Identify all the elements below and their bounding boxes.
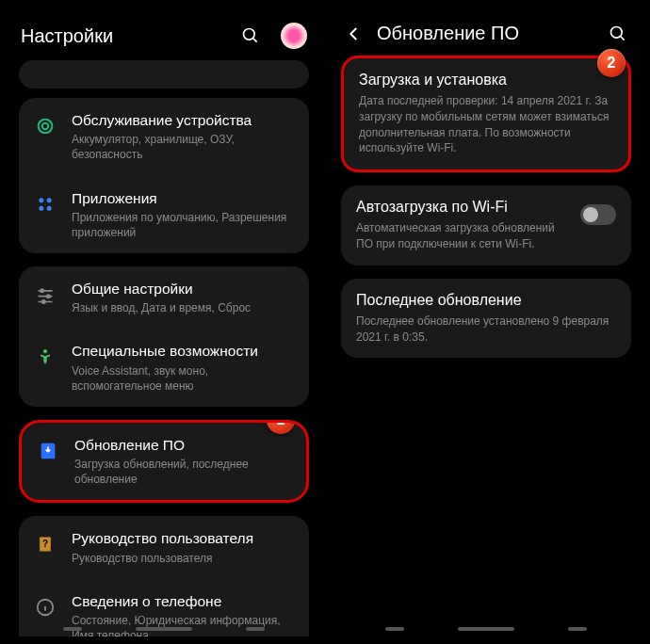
item-apps[interactable]: Приложения Приложения по умолчанию, Разр… — [19, 176, 309, 254]
item-title: Сведения о телефоне — [72, 592, 296, 611]
back-icon[interactable] — [343, 25, 366, 42]
card-title: Автозагрузка по Wi-Fi — [356, 199, 571, 216]
page-title: Обновление ПО — [377, 23, 595, 44]
item-sub: Приложения по умолчанию, Разрешения прил… — [72, 210, 296, 240]
item-sub: Аккумулятор, хранилище, ОЗУ, безопасност… — [72, 132, 296, 162]
page-title: Настройки — [21, 25, 228, 47]
item-title: Приложения — [72, 189, 296, 208]
svg-point-5 — [47, 198, 52, 202]
item-software-update[interactable]: Обновление ПО Загрузка обновлений, после… — [22, 423, 306, 501]
card-last-update[interactable]: Последнее обновление Последнее обновлени… — [341, 279, 631, 359]
nav-home[interactable] — [458, 627, 514, 631]
settings-list: Обслуживание устройства Аккумулятор, хра… — [8, 60, 320, 636]
group-info: ? Руководство пользователя Руководство п… — [19, 516, 309, 636]
card-title: Загрузка и установка — [359, 72, 613, 89]
item-sub: Voice Assistant, звук моно, вспомогатель… — [72, 363, 296, 394]
update-options: Загрузка и установка Дата последней пров… — [330, 56, 642, 358]
nav-recent[interactable] — [385, 627, 404, 631]
nav-bar — [8, 627, 320, 631]
svg-line-1 — [253, 39, 257, 42]
device-care-icon — [32, 113, 58, 139]
callout-badge-2: 2 — [597, 49, 626, 77]
item-device-care[interactable]: Обслуживание устройства Аккумулятор, хра… — [19, 98, 309, 176]
settings-screen: Настройки Обслуживание устройства Аккуму… — [8, 8, 320, 636]
group-general: Общие настройки Язык и ввод, Дата и врем… — [19, 266, 309, 407]
svg-point-21 — [611, 26, 623, 38]
header: Обновление ПО — [330, 8, 642, 56]
sliders-icon — [32, 282, 58, 308]
svg-point-11 — [41, 289, 43, 292]
item-title: Специальные возможности — [72, 342, 296, 361]
search-icon[interactable] — [607, 24, 629, 43]
svg-point-6 — [39, 205, 43, 210]
svg-point-3 — [42, 123, 48, 129]
item-user-manual[interactable]: ? Руководство пользователя Руководство п… — [19, 516, 309, 578]
card-auto-wifi[interactable]: Автозагрузка по Wi-Fi Автоматическая заг… — [341, 185, 631, 266]
nav-back[interactable] — [568, 627, 587, 631]
wifi-auto-toggle[interactable] — [580, 204, 616, 225]
card-download-install[interactable]: Загрузка и установка Дата последней пров… — [341, 56, 631, 172]
collapsed-group[interactable] — [19, 60, 309, 89]
svg-line-22 — [621, 36, 625, 40]
card-sub: Автоматическая загрузка обновлений ПО пр… — [356, 220, 571, 252]
item-title: Обновление ПО — [74, 436, 293, 455]
item-general[interactable]: Общие настройки Язык и ввод, Дата и врем… — [19, 266, 309, 329]
item-title: Руководство пользователя — [72, 529, 296, 548]
card-title: Последнее обновление — [356, 292, 616, 309]
manual-icon: ? — [32, 531, 58, 557]
svg-point-14 — [43, 349, 47, 353]
item-sub: Загрузка обновлений, последнее обновлени… — [74, 457, 293, 487]
accessibility-icon — [32, 344, 58, 370]
svg-point-12 — [47, 295, 50, 298]
item-accessibility[interactable]: Специальные возможности Voice Assistant,… — [19, 329, 309, 407]
nav-home[interactable] — [136, 627, 192, 631]
search-icon[interactable] — [239, 26, 262, 45]
software-update-icon — [35, 438, 61, 464]
card-sub: Последнее обновление установлено 9 февра… — [356, 314, 616, 346]
group-device: Обслуживание устройства Аккумулятор, хра… — [19, 98, 309, 253]
software-update-screen: 2 Обновление ПО Загрузка и установка Дат… — [330, 8, 642, 636]
svg-point-0 — [244, 29, 255, 40]
svg-point-7 — [47, 205, 52, 210]
item-sub: Руководство пользователя — [72, 551, 296, 566]
header: Настройки — [8, 8, 320, 60]
item-title: Общие настройки — [72, 280, 296, 298]
svg-point-4 — [39, 198, 43, 202]
item-title: Обслуживание устройства — [72, 111, 296, 130]
item-sub: Состояние, Юридическая информация, Имя т… — [72, 613, 296, 636]
nav-recent[interactable] — [63, 627, 82, 631]
item-sub: Язык и ввод, Дата и время, Сброс — [72, 300, 296, 315]
info-icon — [32, 594, 58, 620]
apps-icon — [32, 191, 58, 217]
card-sub: Дата последней проверки: 14 апреля 2021 … — [359, 93, 613, 156]
svg-point-2 — [39, 120, 53, 134]
group-software-highlighted: 1 Обновление ПО Загрузка обновлений, пос… — [19, 420, 309, 504]
svg-text:?: ? — [42, 539, 48, 550]
svg-point-13 — [42, 300, 45, 303]
account-avatar[interactable] — [281, 23, 307, 49]
nav-back[interactable] — [246, 627, 265, 631]
nav-bar — [330, 627, 642, 631]
